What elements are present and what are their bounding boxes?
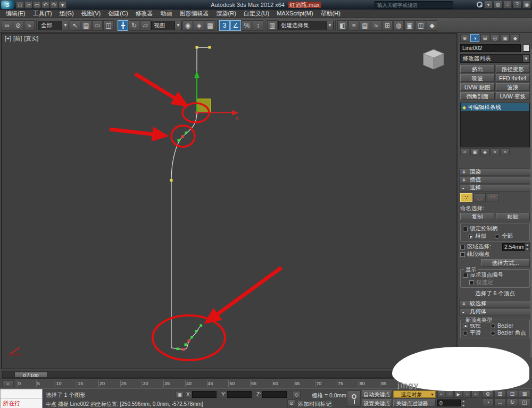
play-animation-icon[interactable]: ▶: [454, 390, 462, 398]
listener-row[interactable]: [1, 389, 42, 399]
search-input[interactable]: [375, 1, 453, 9]
tab-modify-icon[interactable]: ◑: [470, 34, 479, 42]
bezier-radio[interactable]: [491, 323, 495, 328]
save-file-icon[interactable]: ▭: [33, 1, 41, 9]
pan-icon[interactable]: ↔: [494, 398, 506, 406]
chevron-down-icon[interactable]: ▼: [326, 21, 333, 30]
segment-mode-icon[interactable]: ◡: [473, 193, 486, 202]
zoom-all-icon[interactable]: ⊞: [494, 390, 506, 398]
selection-filter-dropdown[interactable]: 全部▼: [38, 21, 69, 30]
menu-maxscript[interactable]: MAXScript(M): [273, 10, 317, 18]
key-filters-button[interactable]: 关键点过滤器...: [393, 399, 436, 407]
material-editor-icon[interactable]: ◍: [393, 20, 404, 31]
editable-spline-curve[interactable]: [171, 47, 210, 349]
snap-toggle-3d-icon[interactable]: 3: [219, 20, 230, 31]
paste-button[interactable]: 粘贴: [496, 213, 530, 220]
bind-to-space-warp-icon[interactable]: ≈: [24, 20, 35, 31]
search-dropdown-icon[interactable]: ▾: [484, 1, 493, 9]
viewport-general-menu[interactable]: [+]: [5, 35, 11, 43]
favorites-star-icon[interactable]: ☆: [503, 1, 512, 9]
all-radio[interactable]: [495, 234, 500, 239]
tab-hierarchy-icon[interactable]: ⊞: [480, 34, 489, 42]
zoom-icon[interactable]: ⊕: [482, 390, 494, 398]
modifier-set-button[interactable]: 路径变形: [496, 65, 530, 73]
select-and-move-icon[interactable]: ╋: [118, 20, 128, 31]
auto-key-button[interactable]: 自动关键点: [362, 390, 392, 398]
set-keys-big-button[interactable]: [347, 390, 361, 407]
select-and-scale-icon[interactable]: ▱: [140, 20, 151, 31]
time-slider-handle[interactable]: 0 / 100: [14, 372, 47, 378]
chevron-down-icon[interactable]: ▼: [522, 55, 529, 62]
key-filter-selected-dropdown[interactable]: 选定对象▼: [393, 390, 436, 398]
frame-spinner-arrows[interactable]: ▲▼: [461, 399, 466, 407]
lock-handles-checkbox[interactable]: [463, 227, 468, 231]
menu-rendering[interactable]: 渲染(R): [213, 10, 240, 18]
selection-lock-toggle-icon[interactable]: ▣: [176, 391, 184, 398]
sign-in-icon[interactable]: ◍: [494, 1, 502, 9]
x-coordinate-field[interactable]: [192, 391, 217, 398]
alike-radio[interactable]: [468, 234, 473, 239]
open-file-icon[interactable]: ▱: [24, 1, 32, 9]
area-selection-checkbox[interactable]: [460, 245, 465, 249]
use-pivot-point-icon[interactable]: ◉: [182, 20, 193, 31]
selected-vertex[interactable]: [188, 340, 190, 343]
modifier-set-button[interactable]: 倒角剖面: [460, 92, 495, 100]
unlink-selection-icon[interactable]: ⊘: [13, 20, 23, 31]
redo-icon[interactable]: ↷: [50, 1, 58, 9]
modifier-set-button[interactable]: 波浪: [496, 83, 530, 91]
set-key-button[interactable]: 设置关键点: [362, 399, 392, 407]
select-and-manipulate-icon[interactable]: ◈: [194, 20, 204, 31]
pin-stack-icon[interactable]: ∝: [460, 148, 469, 155]
align-icon[interactable]: ≡: [348, 20, 359, 31]
rollout-geometry[interactable]: - 几何体: [459, 308, 531, 315]
show-end-result-icon[interactable]: ▣: [470, 148, 479, 155]
selection-region-icon[interactable]: ▭: [92, 20, 103, 31]
smooth-radio[interactable]: [463, 331, 468, 336]
viewport-shading-menu[interactable]: [真实]: [24, 35, 38, 43]
go-to-end-icon[interactable]: »: [471, 390, 479, 398]
spline-vertices[interactable]: [170, 46, 211, 351]
tab-utilities-icon[interactable]: ◆: [511, 34, 520, 42]
menu-tools[interactable]: 工具(T): [29, 10, 56, 18]
curve-editor-icon[interactable]: ≈: [371, 20, 381, 31]
modifier-set-button[interactable]: UVW 变换: [496, 92, 530, 100]
new-file-icon[interactable]: □: [16, 1, 24, 9]
stack-item-editable-spline[interactable]: ◆ 可编辑样条线: [461, 103, 529, 111]
vertex-mode-icon[interactable]: ∵: [460, 193, 472, 202]
percent-snap-icon[interactable]: %: [242, 20, 252, 31]
maximize-viewport-icon[interactable]: ◰: [519, 398, 530, 406]
previous-frame-icon[interactable]: ‹: [446, 390, 454, 398]
segment-end-checkbox[interactable]: [460, 252, 465, 257]
selected-only-checkbox[interactable]: [469, 280, 474, 285]
named-selection-sets-dropdown[interactable]: 创建选择集▼: [278, 21, 334, 30]
viewcube[interactable]: [423, 49, 444, 69]
track-bar[interactable]: ≈ 05101520253035404550556065707580859095…: [1, 379, 456, 388]
render-production-icon[interactable]: ◆: [427, 20, 437, 31]
select-and-rotate-icon[interactable]: ↻: [129, 20, 139, 31]
z-coordinate-field[interactable]: [262, 391, 287, 398]
modifier-stack[interactable]: ◆ 可编辑样条线: [460, 103, 530, 147]
listener-text[interactable]: 所在行: [1, 399, 42, 408]
selected-vertex[interactable]: [181, 136, 184, 138]
rendered-frame-window-icon[interactable]: ◫: [415, 20, 426, 31]
vertex[interactable]: [196, 46, 198, 49]
remove-modifier-icon[interactable]: ×: [491, 148, 500, 155]
make-unique-icon[interactable]: ◈: [480, 148, 489, 155]
current-frame-field[interactable]: 0: [437, 399, 461, 406]
workspace-dropdown-icon[interactable]: ▾: [59, 1, 66, 9]
mini-curve-editor-icon[interactable]: ≈: [2, 380, 14, 387]
schematic-view-icon[interactable]: ⊞: [382, 20, 393, 31]
mirror-icon[interactable]: ◧: [337, 20, 348, 31]
viewport-pov-menu[interactable]: [前]: [13, 35, 22, 43]
copy-button[interactable]: 复制: [460, 213, 494, 220]
absolute-offset-toggle-icon[interactable]: ◇: [293, 391, 301, 398]
keyboard-override-icon[interactable]: ▦: [205, 20, 215, 31]
bezier-handle[interactable]: [191, 336, 194, 339]
y-coordinate-field[interactable]: [227, 391, 252, 398]
bezier-handle[interactable]: [195, 330, 198, 333]
area-selection-value[interactable]: 2.54mm: [502, 243, 525, 251]
object-name-field[interactable]: Line002: [460, 44, 521, 52]
time-tag-icon[interactable]: ⊙: [287, 399, 295, 407]
chevron-down-icon[interactable]: ▼: [62, 21, 69, 30]
edit-named-selection-sets-icon[interactable]: ▥: [267, 20, 278, 31]
